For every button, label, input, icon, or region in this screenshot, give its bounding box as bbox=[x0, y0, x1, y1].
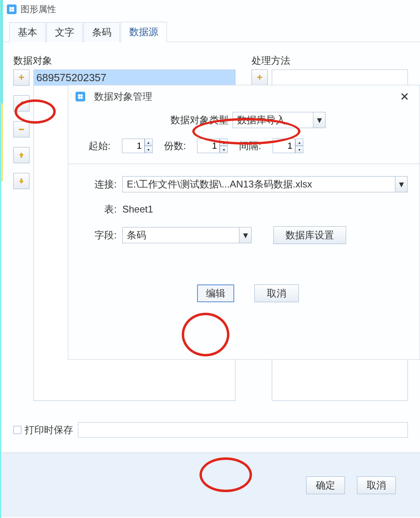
ok-button[interactable]: 确定 bbox=[306, 476, 345, 494]
list-item[interactable]: 689575202357 bbox=[34, 70, 235, 86]
dialog-footer: 确定 取消 bbox=[1, 453, 420, 517]
chevron-down-icon: ▾ bbox=[313, 112, 325, 128]
window-title: 图形属性 bbox=[21, 3, 56, 15]
svg-rect-4 bbox=[19, 129, 24, 130]
table-label: 表: bbox=[88, 203, 117, 216]
start-spinner[interactable]: ▴▾ bbox=[122, 139, 153, 153]
plus-icon bbox=[17, 74, 25, 82]
svg-point-5 bbox=[78, 94, 80, 97]
arrow-up-icon bbox=[17, 151, 25, 159]
spin-up-icon[interactable]: ▴ bbox=[145, 139, 153, 146]
spin-up-icon[interactable]: ▴ bbox=[220, 139, 228, 146]
move-down-button[interactable] bbox=[13, 173, 29, 189]
remove-button[interactable] bbox=[13, 121, 29, 137]
arrow-down-icon bbox=[17, 177, 25, 185]
pencil-icon bbox=[17, 99, 25, 107]
tab-barcode[interactable]: 条码 bbox=[84, 22, 120, 42]
chevron-down-icon: ▾ bbox=[395, 177, 407, 192]
dialog-app-icon bbox=[76, 92, 85, 101]
start-input[interactable] bbox=[122, 139, 145, 153]
window-titlebar: 图形属性 bbox=[1, 0, 420, 18]
edit-button[interactable] bbox=[13, 95, 29, 112]
plus-icon bbox=[256, 74, 264, 82]
checkbox-icon bbox=[13, 426, 21, 434]
start-label: 起始: bbox=[88, 139, 111, 152]
tab-text[interactable]: 文字 bbox=[46, 22, 83, 42]
svg-point-7 bbox=[78, 97, 80, 99]
svg-point-3 bbox=[12, 9, 14, 12]
interval-input[interactable] bbox=[273, 139, 295, 153]
interval-label: 间隔: bbox=[239, 139, 261, 152]
chevron-down-icon: ▾ bbox=[239, 227, 251, 243]
dialog-title: 数据对象管理 bbox=[94, 90, 152, 103]
cancel-button[interactable]: 取消 bbox=[357, 476, 396, 494]
tabstrip: 基本 文字 条码 数据源 bbox=[1, 21, 420, 42]
field-value: 条码 bbox=[123, 229, 239, 242]
db-settings-button[interactable]: 数据库设置 bbox=[273, 226, 346, 244]
svg-point-1 bbox=[12, 7, 14, 9]
table-value: Sheet1 bbox=[122, 204, 153, 215]
tab-datasource[interactable]: 数据源 bbox=[121, 22, 167, 42]
spin-up-icon[interactable]: ▴ bbox=[295, 139, 303, 146]
close-icon: ✕ bbox=[400, 91, 409, 103]
decorative-edge bbox=[1, 0, 3, 518]
print-save-label: 打印时保存 bbox=[25, 423, 73, 436]
copies-spinner[interactable]: ▴▾ bbox=[197, 139, 228, 153]
processing-label: 处理方法 bbox=[252, 54, 408, 67]
move-up-button[interactable] bbox=[13, 147, 29, 163]
copies-label: 份数: bbox=[164, 139, 186, 152]
field-label: 字段: bbox=[88, 229, 117, 242]
field-combobox[interactable]: 条码 ▾ bbox=[122, 227, 252, 243]
tab-basic[interactable]: 基本 bbox=[9, 22, 46, 42]
cancel-button-dialog[interactable]: 取消 bbox=[254, 284, 299, 302]
close-button[interactable]: ✕ bbox=[396, 90, 412, 103]
data-object-manage-dialog: 数据对象管理 ✕ 数据对象类型 数据库导入 ▾ 起始: ▴▾ 份数: ▴▾ bbox=[68, 85, 420, 360]
print-save-field[interactable] bbox=[78, 422, 408, 438]
type-combobox[interactable]: 数据库导入 ▾ bbox=[233, 112, 326, 128]
minus-icon bbox=[17, 125, 25, 133]
connection-label: 连接: bbox=[88, 178, 117, 191]
svg-point-8 bbox=[80, 97, 83, 99]
type-value: 数据库导入 bbox=[233, 114, 313, 126]
copies-input[interactable] bbox=[197, 139, 220, 153]
type-label: 数据对象类型 bbox=[170, 114, 229, 126]
connection-value: E:\工作文件\测试数据\...AN13条码数据.xlsx bbox=[123, 178, 395, 191]
spin-down-icon[interactable]: ▾ bbox=[145, 146, 153, 153]
svg-point-0 bbox=[9, 7, 12, 9]
edit-button-dialog[interactable]: 编辑 bbox=[197, 284, 234, 302]
add-button[interactable] bbox=[13, 69, 29, 86]
proc-add-button[interactable] bbox=[252, 69, 268, 86]
svg-point-6 bbox=[80, 94, 83, 97]
connection-combobox[interactable]: E:\工作文件\测试数据\...AN13条码数据.xlsx ▾ bbox=[122, 176, 407, 192]
spin-down-icon[interactable]: ▾ bbox=[220, 146, 228, 153]
print-save-checkbox[interactable]: 打印时保存 bbox=[13, 423, 73, 436]
app-icon bbox=[7, 4, 17, 14]
svg-point-2 bbox=[9, 9, 12, 12]
spin-down-icon[interactable]: ▾ bbox=[295, 146, 303, 153]
interval-spinner[interactable]: ▴▾ bbox=[273, 139, 303, 153]
data-object-label: 数据对象 bbox=[13, 54, 235, 67]
